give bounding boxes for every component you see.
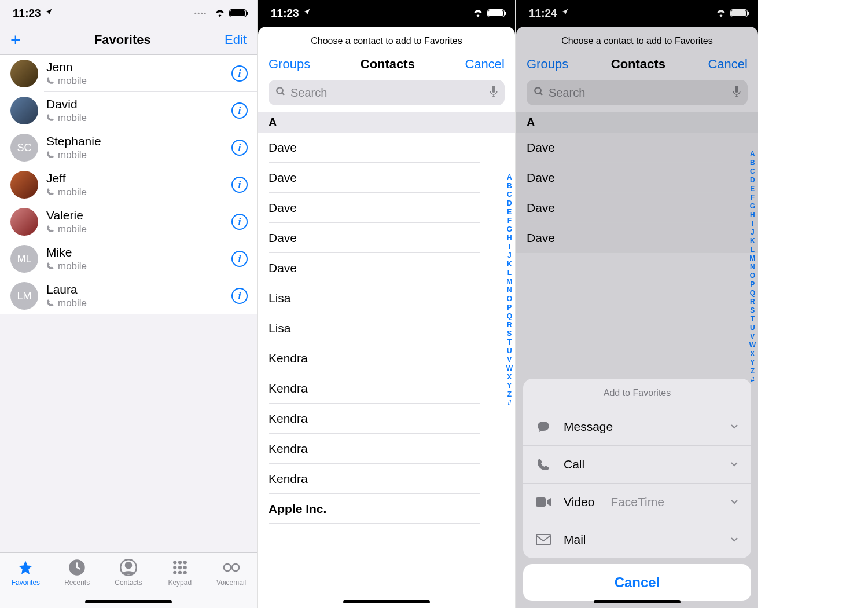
phone-icon <box>46 76 54 86</box>
search-input[interactable]: Search <box>269 80 505 105</box>
contact-row[interactable]: Lisa <box>258 313 515 343</box>
index-letter[interactable]: E <box>507 208 512 217</box>
groups-button[interactable]: Groups <box>269 57 310 72</box>
index-letter[interactable]: U <box>507 347 512 356</box>
favorite-subtype: mobile <box>58 261 87 272</box>
favorite-subtype: mobile <box>58 75 87 87</box>
index-letter[interactable]: H <box>507 234 512 243</box>
contact-row[interactable]: Kendra <box>258 404 515 434</box>
svg-rect-16 <box>492 86 495 93</box>
index-letter[interactable]: X <box>507 373 512 382</box>
tab-favorites[interactable]: Favorites <box>0 559 52 587</box>
index-letter[interactable]: N <box>507 286 512 295</box>
index-letter[interactable]: P <box>507 303 512 312</box>
action-label: Mail <box>564 533 586 547</box>
index-letter[interactable]: V <box>507 356 512 364</box>
index-letter[interactable]: O <box>507 295 512 303</box>
index-letter[interactable]: S <box>507 329 512 338</box>
index-letter[interactable]: L <box>507 269 512 277</box>
favorite-row[interactable]: Jennmobilei <box>0 55 257 92</box>
favorite-name: Valerie <box>46 208 231 222</box>
phone-icon <box>46 299 54 309</box>
info-button[interactable]: i <box>231 177 248 193</box>
contact-row[interactable]: Dave <box>258 223 515 253</box>
info-button[interactable]: i <box>231 214 248 230</box>
chevron-down-icon <box>730 460 738 469</box>
phone-icon <box>46 188 54 197</box>
info-button[interactable]: i <box>231 251 248 267</box>
index-letter[interactable]: G <box>507 225 512 234</box>
favorite-row[interactable]: MLMikemobilei <box>0 240 257 277</box>
index-letter[interactable]: B <box>507 182 512 191</box>
contact-row[interactable]: Kendra <box>258 434 515 464</box>
info-button[interactable]: i <box>231 65 248 82</box>
action-mail[interactable]: Mail <box>523 521 751 558</box>
index-letter[interactable]: C <box>507 191 512 199</box>
picker-navbar: Groups Contacts Cancel <box>258 54 515 80</box>
index-letter[interactable]: K <box>507 260 512 269</box>
info-button[interactable]: i <box>231 288 248 304</box>
contact-row[interactable]: Apple Inc. <box>258 494 515 524</box>
status-bar: 11:23 <box>258 0 515 27</box>
tab-recents[interactable]: Recents <box>52 559 103 587</box>
tab-contacts[interactable]: Contacts <box>103 559 155 587</box>
contact-row[interactable]: Dave <box>258 163 515 193</box>
home-indicator[interactable] <box>343 600 430 603</box>
favorite-name: Jenn <box>46 60 231 74</box>
phone-icon <box>46 225 54 235</box>
wifi-icon <box>214 9 226 17</box>
contact-row[interactable]: Kendra <box>258 343 515 373</box>
action-message[interactable]: Message <box>523 408 751 445</box>
favorite-subtype: mobile <box>58 149 87 161</box>
index-letter[interactable]: M <box>506 277 512 286</box>
avatar: ML <box>10 245 38 273</box>
action-sheet-title: Add to Favorites <box>523 379 751 408</box>
cancel-button[interactable]: Cancel <box>465 57 505 72</box>
index-letter[interactable]: J <box>507 251 512 260</box>
index-letter[interactable]: R <box>507 321 512 329</box>
index-letter[interactable]: Z <box>507 390 512 399</box>
index-letter[interactable]: Q <box>507 312 512 321</box>
home-indicator[interactable] <box>85 600 172 603</box>
favorite-row[interactable]: Jeffmobilei <box>0 166 257 203</box>
favorite-row[interactable]: SCStephaniemobilei <box>0 129 257 166</box>
contact-row[interactable]: Dave <box>258 193 515 223</box>
avatar: SC <box>10 134 38 162</box>
tab-voicemail[interactable]: Voicemail <box>205 559 257 587</box>
favorite-row[interactable]: Davidmobilei <box>0 92 257 129</box>
call-icon <box>536 457 551 471</box>
contact-row[interactable]: Kendra <box>258 373 515 404</box>
favorite-row[interactable]: LMLauramobilei <box>0 277 257 314</box>
svg-point-2 <box>126 562 131 568</box>
action-sheet-cancel[interactable]: Cancel <box>523 564 751 601</box>
index-letter[interactable]: T <box>507 338 512 347</box>
index-letter[interactable]: W <box>506 364 513 373</box>
index-letter[interactable]: I <box>509 243 510 251</box>
index-letter[interactable]: A <box>507 173 512 182</box>
add-favorite-button[interactable]: + <box>10 31 21 49</box>
favorites-screen: 11:23 •••• + Favorites Edit JennmobileiD… <box>0 0 257 608</box>
index-letter[interactable]: D <box>507 199 512 208</box>
index-letter[interactable]: Y <box>507 382 512 390</box>
action-call[interactable]: Call <box>523 445 751 483</box>
contact-row[interactable]: Dave <box>258 133 515 163</box>
contact-row[interactable]: Kendra <box>258 464 515 494</box>
index-letter[interactable]: F <box>507 217 512 225</box>
dictation-icon[interactable] <box>490 86 498 100</box>
home-indicator[interactable] <box>594 600 681 603</box>
info-button[interactable]: i <box>231 140 248 156</box>
edit-button[interactable]: Edit <box>225 32 247 47</box>
svg-point-9 <box>173 571 176 574</box>
action-video[interactable]: VideoFaceTime <box>523 483 751 521</box>
tab-keypad[interactable]: Keypad <box>154 559 205 587</box>
chevron-down-icon <box>730 422 738 431</box>
index-letter[interactable]: # <box>507 399 512 408</box>
alpha-index[interactable]: ABCDEFGHIJKLMNOPQRSTUVWXYZ# <box>506 173 513 408</box>
wifi-icon <box>472 9 484 17</box>
contact-row[interactable]: Dave <box>258 253 515 283</box>
phone-icon <box>46 151 54 160</box>
favorite-row[interactable]: Valeriemobilei <box>0 203 257 240</box>
svg-point-3 <box>173 561 176 564</box>
info-button[interactable]: i <box>231 102 248 119</box>
contact-row[interactable]: Lisa <box>258 283 515 313</box>
